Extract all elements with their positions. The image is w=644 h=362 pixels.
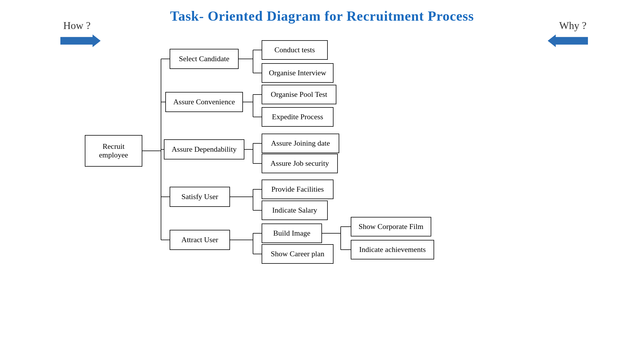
assure-job-security-box: Assure Job security xyxy=(262,154,338,173)
organise-interview-box: Organise Interview xyxy=(262,63,334,83)
assure-dependability-box: Assure Dependability xyxy=(164,139,244,159)
assure-convenience-box: Assure Convenience xyxy=(165,92,243,112)
show-corporate-film-box: Show Corporate Film xyxy=(351,217,431,236)
expedite-process-box: Expedite Process xyxy=(262,107,334,127)
provide-facilities-box: Provide Facilities xyxy=(262,180,334,199)
page-title: Task- Oriented Diagram for Recruitment P… xyxy=(0,0,644,24)
conduct-tests-box: Conduct tests xyxy=(262,40,328,60)
select-candidate-box: Select Candidate xyxy=(170,49,239,69)
indicate-achievements-box: Indicate achievements xyxy=(351,240,434,259)
build-image-box: Build Image xyxy=(262,224,322,243)
show-career-plan-box: Show Career plan xyxy=(262,244,334,264)
satisfy-user-box: Satisfy User xyxy=(170,187,230,207)
organise-pool-test-box: Organise Pool Test xyxy=(262,85,336,104)
recruit-employee-box: Recruit employee xyxy=(85,135,142,167)
indicate-salary-box: Indicate Salary xyxy=(262,201,328,220)
assure-joining-date-box: Assure Joining date xyxy=(262,134,339,153)
attract-user-box: Attract User xyxy=(170,230,230,250)
